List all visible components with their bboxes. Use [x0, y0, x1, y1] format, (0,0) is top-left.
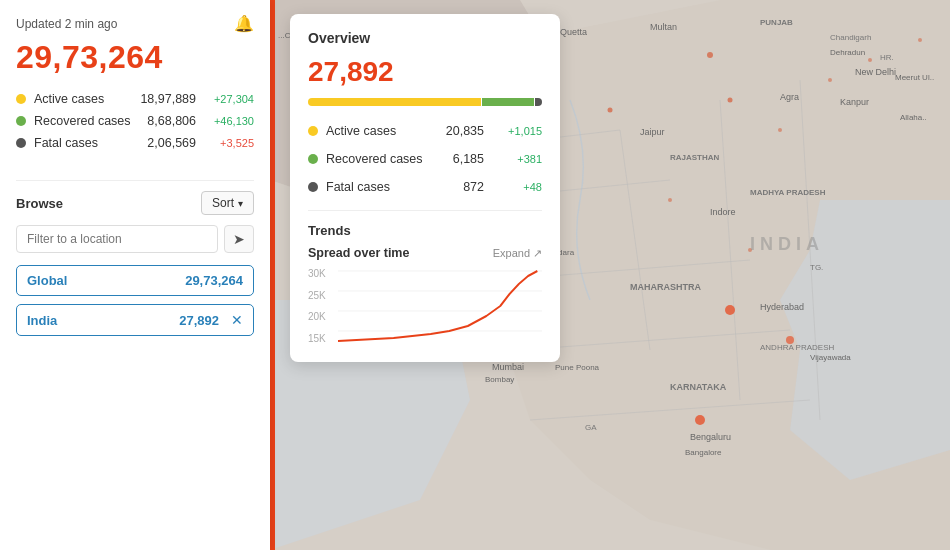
sort-button[interactable]: Sort ▾	[201, 191, 254, 215]
overview-title: Overview	[308, 30, 542, 46]
svg-point-12	[778, 128, 782, 132]
filter-row: ➤	[16, 225, 254, 253]
fatal-count: 2,06,569	[136, 136, 196, 150]
svg-text:ANDHRA PRADESH: ANDHRA PRADESH	[760, 343, 834, 352]
india-close-icon[interactable]: ✕	[231, 312, 243, 328]
updated-text: Updated 2 min ago	[16, 17, 117, 31]
location-arrow-icon: ➤	[233, 231, 245, 247]
svg-text:Dehradun: Dehradun	[830, 48, 865, 57]
svg-point-9	[707, 52, 713, 58]
global-location-name: Global	[27, 273, 67, 288]
global-location-count: 29,73,264	[185, 273, 243, 288]
overview-fatal-count: 872	[424, 180, 484, 194]
overview-recovered-delta: +381	[492, 153, 542, 165]
divider-1	[16, 180, 254, 181]
recovered-cases-row: Recovered cases 8,68,806 +46,130	[16, 110, 254, 132]
recovered-dot	[16, 116, 26, 126]
fatal-cases-row: Fatal cases 2,06,569 +3,525	[16, 132, 254, 154]
svg-point-14	[868, 58, 872, 62]
active-label: Active cases	[34, 92, 136, 106]
svg-point-16	[668, 198, 672, 202]
overview-fatal-row: Fatal cases 872 +48	[308, 176, 542, 198]
svg-text:Indore: Indore	[710, 207, 736, 217]
svg-point-10	[608, 108, 613, 113]
overview-active-label: Active cases	[326, 124, 424, 138]
svg-text:Kanpur: Kanpur	[840, 97, 869, 107]
overview-panel: Overview 27,892 Active cases 20,835 +1,0…	[290, 14, 560, 362]
svg-text:TG.: TG.	[810, 263, 823, 272]
fatal-label: Fatal cases	[34, 136, 136, 150]
svg-point-11	[728, 98, 733, 103]
svg-point-15	[918, 38, 922, 42]
fatal-dot	[16, 138, 26, 148]
active-dot	[16, 94, 26, 104]
progress-bar-fatal	[535, 98, 542, 106]
svg-text:Agra: Agra	[780, 92, 799, 102]
overview-recovered-row: Recovered cases 6,185 +381	[308, 148, 542, 170]
active-cases-row: Active cases 18,97,889 +27,304	[16, 88, 254, 110]
spread-chart: 30K 25K 20K 15K	[308, 266, 542, 346]
svg-text:Meerut Ul..: Meerut Ul..	[895, 73, 934, 82]
spread-header: Spread over time Expand ↗	[308, 246, 542, 260]
svg-text:Vijayawada: Vijayawada	[810, 353, 851, 362]
svg-point-21	[695, 415, 705, 425]
chart-label-15k: 15K	[308, 333, 326, 344]
svg-text:Mumbai: Mumbai	[492, 362, 524, 372]
svg-text:Multan: Multan	[650, 22, 677, 32]
svg-text:Pune Poona: Pune Poona	[555, 363, 600, 372]
overview-fatal-label: Fatal cases	[326, 180, 424, 194]
svg-text:HR.: HR.	[880, 53, 894, 62]
chart-label-20k: 20K	[308, 311, 326, 322]
svg-text:GA: GA	[585, 423, 597, 432]
svg-text:Hyderabad: Hyderabad	[760, 302, 804, 312]
active-delta: +27,304	[204, 93, 254, 105]
recovered-delta: +46,130	[204, 115, 254, 127]
svg-text:RAJASTHAN: RAJASTHAN	[670, 153, 720, 162]
india-location-name: India	[27, 313, 57, 328]
expand-button[interactable]: Expand ↗	[493, 247, 542, 260]
svg-point-20	[725, 305, 735, 315]
overview-recovered-dot	[308, 154, 318, 164]
browse-label: Browse	[16, 196, 63, 211]
notification-icon[interactable]: 🔔	[234, 14, 254, 33]
svg-text:Bombay: Bombay	[485, 375, 514, 384]
global-location-item[interactable]: Global 29,73,264	[16, 265, 254, 296]
chart-label-25k: 25K	[308, 290, 326, 301]
sidebar: Updated 2 min ago 🔔 29,73,264 Active cas…	[0, 0, 270, 550]
overview-fatal-delta: +48	[492, 181, 542, 193]
overview-active-count: 20,835	[424, 124, 484, 138]
overview-recovered-count: 6,185	[424, 152, 484, 166]
overview-fatal-dot	[308, 182, 318, 192]
recovered-count: 8,68,806	[136, 114, 196, 128]
svg-text:KARNATAKA: KARNATAKA	[670, 382, 727, 392]
location-filter-input[interactable]	[16, 225, 218, 253]
updated-row: Updated 2 min ago 🔔	[16, 14, 254, 33]
overview-stats: Active cases 20,835 +1,015 Recovered cas…	[308, 120, 542, 198]
chart-svg	[338, 266, 542, 346]
expand-arrow-icon: ↗	[533, 247, 542, 260]
spread-over-time-label: Spread over time	[308, 246, 409, 260]
overview-progress-bar	[308, 98, 542, 106]
svg-text:Allaha..: Allaha..	[900, 113, 927, 122]
overview-active-delta: +1,015	[492, 125, 542, 137]
expand-label: Expand	[493, 247, 530, 259]
svg-text:Chandigarh: Chandigarh	[830, 33, 871, 42]
trends-section: Trends Spread over time Expand ↗ 30K 25K…	[308, 210, 542, 346]
fatal-delta: +3,525	[204, 137, 254, 149]
trends-title: Trends	[308, 223, 542, 238]
svg-text:Bengaluru: Bengaluru	[690, 432, 731, 442]
india-location-item[interactable]: India 27,892 ✕	[16, 304, 254, 336]
svg-text:MADHYA PRADESH: MADHYA PRADESH	[750, 188, 826, 197]
location-arrow-button[interactable]: ➤	[224, 225, 254, 253]
recovered-label: Recovered cases	[34, 114, 136, 128]
svg-text:Quetta: Quetta	[560, 27, 587, 37]
chart-line-area	[338, 266, 542, 346]
svg-text:PUNJAB: PUNJAB	[760, 18, 793, 27]
active-count: 18,97,889	[136, 92, 196, 106]
svg-text:MAHARASHTRA: MAHARASHTRA	[630, 282, 701, 292]
red-bar	[270, 0, 275, 550]
svg-text:INDIA: INDIA	[750, 234, 824, 254]
browse-row: Browse Sort ▾	[16, 191, 254, 215]
sort-label: Sort	[212, 196, 234, 210]
global-total-count: 29,73,264	[16, 39, 254, 76]
